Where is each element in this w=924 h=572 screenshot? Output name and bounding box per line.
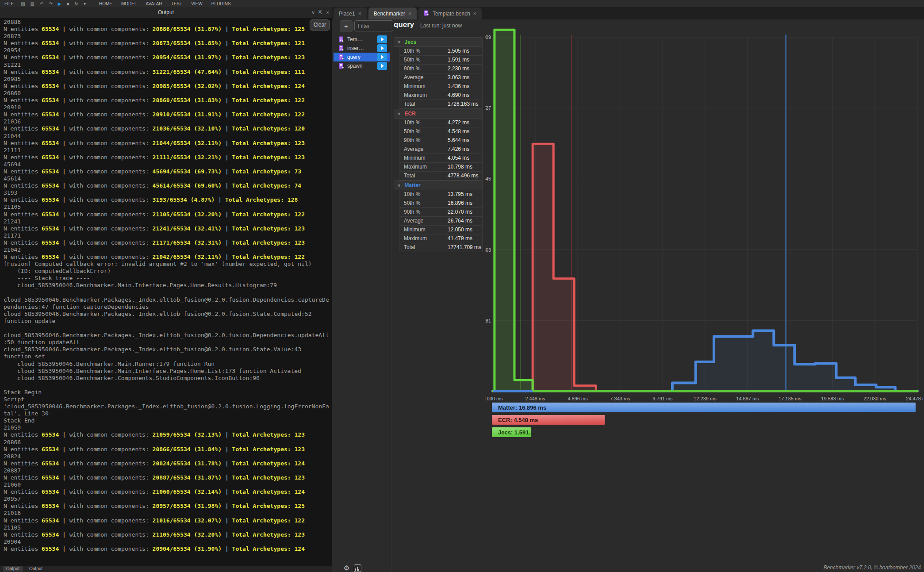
status-tab-output-1[interactable]: Output (26, 566, 46, 572)
clipboard-icon[interactable]: ▤ (18, 1, 27, 6)
console-line: 21060 (0, 481, 332, 488)
x-axis-tick-label: 9.791 ms (652, 396, 673, 401)
console-line: cloud_5853950046.Benchmarker.Packages._I… (0, 332, 332, 339)
close-icon[interactable]: × (326, 10, 329, 15)
stat-label: 50th % (399, 127, 443, 136)
close-tab-icon[interactable]: × (358, 11, 361, 17)
run-benchmark-button[interactable] (377, 44, 387, 52)
console-line: 20887 (0, 467, 332, 474)
run-benchmark-button[interactable] (377, 62, 387, 70)
stat-value: 1.505 ms (443, 47, 482, 55)
redo-icon[interactable]: ↷ (46, 1, 55, 6)
benchmark-item-inser[interactable]: inser… (334, 44, 390, 53)
stat-label: Minimum (399, 154, 443, 162)
stat-row-jecs-50th: 50th %1.591 ms (399, 56, 483, 65)
add-benchmark-button[interactable]: + (340, 20, 353, 32)
stat-row-jecs-10th: 10th %1.505 ms (399, 47, 483, 56)
script-icon (338, 45, 345, 51)
benchmark-item-Tem[interactable]: Tem… (334, 35, 390, 44)
console-line: cloud_5853950046.Benchmarker.Packages._I… (0, 311, 332, 318)
export-icon[interactable]: ▥ (28, 1, 37, 6)
menu-home[interactable]: HOME (95, 1, 117, 6)
console-line: N entities 65534 | with common component… (0, 211, 332, 218)
benchmark-item-query[interactable]: query (334, 53, 390, 61)
console-line: 21059 (0, 424, 332, 431)
x-axis-tick-label: 12.239 ms (694, 396, 717, 401)
console-line: 21241 (0, 218, 332, 225)
stats-section-header-jecs[interactable]: ∨Jecs (394, 37, 483, 47)
stats-section-header-ecr[interactable]: ∨ECR (394, 109, 483, 119)
menu-items: HOMEMODELAVATARTESTVIEWPLUGINS (95, 1, 235, 6)
status-tabbar: OutputOutput (3, 566, 46, 572)
legend-label: ECR: 4.548 ms (498, 417, 538, 423)
stat-row-ecr-10th: 10th %4.272 ms (399, 119, 483, 127)
menu-plugins[interactable]: PLUGINS (207, 1, 235, 6)
tab-label: Template.bench (433, 11, 470, 17)
console-line: [Fusion] Computed callback error: invali… (0, 261, 332, 268)
y-axis-tick-label: 909 (485, 35, 491, 40)
console-line: 20910 (0, 104, 332, 111)
tab-template-bench[interactable]: Template.bench× (418, 8, 482, 19)
console-line: N entities 65534 | with common component… (0, 545, 332, 553)
console-line: N entities 65534 | with common component… (0, 196, 332, 203)
popout-icon[interactable]: ⇱ (318, 10, 322, 15)
run-benchmark-button[interactable] (377, 35, 387, 43)
tab-place1[interactable]: Place1× (334, 8, 367, 19)
console-line: N entities 65534 | with common component… (0, 125, 332, 132)
menu-avatar[interactable]: AVATAR (142, 1, 167, 6)
console-line: Stack End (0, 417, 332, 424)
output-panel-header[interactable]: Output ∨ ⇱ × (0, 7, 332, 18)
console-line: pendencies:47 function captureDependenci… (0, 303, 332, 311)
stat-row-matter-90th: 90th %22.070 ms (399, 208, 483, 217)
play-icon[interactable]: ▶ (55, 1, 64, 6)
stats-section-header-matter[interactable]: ∨Matter (394, 180, 483, 190)
console-line: 21105 (0, 203, 332, 211)
stop-icon[interactable]: ■ (64, 1, 72, 6)
stat-row-ecr-maximum: Maximum10.798 ms (399, 163, 483, 172)
stat-value: 12.050 ms (443, 226, 482, 234)
console-log[interactable]: 20886N entities 65534 | with common comp… (0, 18, 332, 567)
stat-value: 7.426 ms (443, 145, 482, 154)
stat-label: 50th % (399, 56, 443, 64)
stat-row-matter-minimum: Minimum12.050 ms (399, 226, 483, 234)
stat-value: 41.479 ms (443, 234, 482, 243)
console-line: N entities 65534 | with common component… (0, 474, 332, 481)
undo-icon[interactable]: ↶ (37, 1, 46, 6)
menu-file[interactable]: FILE (0, 1, 18, 6)
stat-label: Total (399, 100, 443, 108)
menu-test[interactable]: TEST (167, 1, 187, 6)
menu-model[interactable]: MODEL (117, 1, 142, 6)
console-line: N entities 65534 | with common component… (0, 97, 332, 104)
console-line: cloud_5853950046.Benchmarker.Components.… (0, 375, 332, 382)
filter-input[interactable] (354, 20, 393, 31)
stat-value: 4.548 ms (443, 127, 482, 136)
reset-icon[interactable]: ↻ (72, 1, 81, 6)
status-tab-output[interactable]: Output (3, 566, 23, 572)
console-line: 20860 (0, 90, 332, 97)
close-tab-icon[interactable]: × (473, 11, 476, 17)
stat-row-jecs-90th: 90th %2.230 ms (399, 65, 483, 73)
console-line (0, 325, 332, 332)
console-line: 21111 (0, 147, 332, 154)
legend-bar-matter[interactable] (492, 403, 916, 412)
x-axis-tick-label: 0.000 ms (485, 396, 503, 401)
chevron-down-icon[interactable]: ∨ (311, 10, 315, 15)
menu-view[interactable]: VIEW (187, 1, 207, 6)
tab-benchmarker[interactable]: Benchmarker× (368, 8, 417, 19)
console-line: cloud_5853950046.Benchmarker.Packages._I… (0, 346, 332, 353)
console-line: (ID: computedCallbackError) (0, 268, 332, 275)
benchmark-item-spawn[interactable]: spawn (334, 61, 390, 70)
stat-value: 4.054 ms (443, 154, 482, 162)
close-tab-icon[interactable]: × (408, 11, 411, 17)
console-line: 21036 (0, 118, 332, 125)
console-line: cloud_5853950046.Benchmarker.Main.Interf… (0, 368, 332, 375)
run-benchmark-button[interactable] (377, 53, 387, 61)
console-line: N entities 65534 | with common component… (0, 83, 332, 90)
console-line: N entities 65534 | with common component… (0, 140, 332, 147)
panel-divider[interactable] (391, 19, 391, 572)
chevron-down-icon: ∨ (398, 183, 401, 188)
console-line: N entities 65534 | with common component… (0, 111, 332, 118)
gear-icon[interactable]: ⚙ (344, 564, 349, 572)
dropdown-icon[interactable]: ▾ (81, 1, 88, 6)
results-chart-icon[interactable] (354, 564, 361, 572)
